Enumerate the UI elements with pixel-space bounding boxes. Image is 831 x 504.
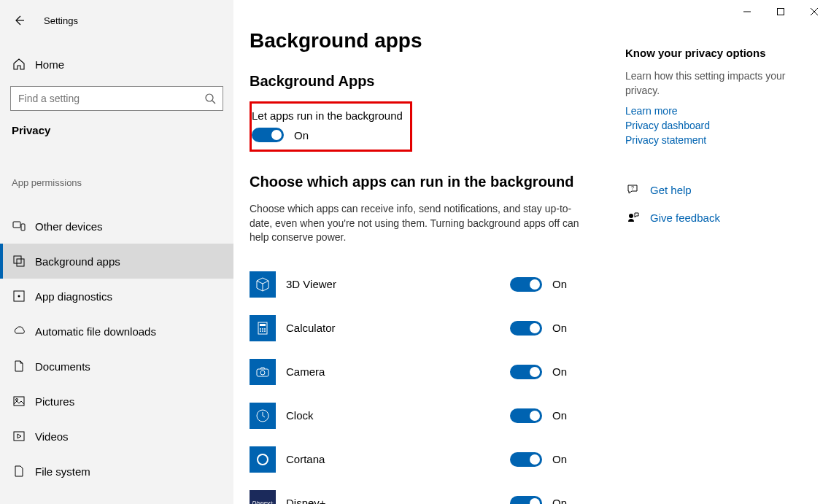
app-toggle-cortana[interactable] xyxy=(510,452,542,467)
app-toggle-state: On xyxy=(552,409,581,422)
sidebar-item-label: Background apps xyxy=(35,255,120,268)
app-name-label: Camera xyxy=(286,365,457,378)
app-row-3d-viewer: 3D Viewer On xyxy=(250,263,581,306)
help-row: ? Get help xyxy=(625,182,808,197)
app-title: Settings xyxy=(44,15,78,26)
sidebar-group-app-permissions: App permissions xyxy=(0,177,233,188)
svg-point-23 xyxy=(264,330,266,332)
svg-line-6 xyxy=(212,101,215,104)
home-icon xyxy=(12,57,26,71)
devices-icon xyxy=(12,219,26,233)
svg-text:?: ? xyxy=(631,185,634,190)
svg-rect-17 xyxy=(260,324,266,326)
diagnostics-icon xyxy=(12,289,26,303)
svg-rect-13 xyxy=(14,397,24,406)
app-toggle-state: On xyxy=(552,453,581,465)
master-toggle-label: Let apps run in the background xyxy=(252,109,403,122)
master-toggle[interactable] xyxy=(252,128,284,142)
app-name-label: Disney+ xyxy=(286,497,457,504)
svg-point-20 xyxy=(264,328,266,330)
svg-point-22 xyxy=(262,330,263,332)
svg-point-21 xyxy=(260,330,261,332)
app-icon-cortana xyxy=(250,446,276,473)
feedback-row: Give feedback xyxy=(625,210,808,225)
app-name-label: Clock xyxy=(286,409,457,422)
svg-rect-10 xyxy=(17,259,24,266)
sidebar-item-app-diagnostics[interactable]: App diagnostics xyxy=(0,279,233,314)
app-icon-calculator xyxy=(250,315,276,341)
svg-point-25 xyxy=(260,371,265,375)
app-name-label: Calculator xyxy=(286,322,457,334)
search-icon xyxy=(204,93,216,104)
svg-point-14 xyxy=(16,399,18,401)
app-row-disney-plus: Disney+ Disney+ On xyxy=(250,481,581,504)
help-icon: ? xyxy=(625,182,640,197)
svg-point-5 xyxy=(206,94,213,101)
app-icon-disney-plus: Disney+ xyxy=(250,490,276,504)
app-row-clock: Clock On xyxy=(250,394,581,438)
documents-icon xyxy=(12,359,26,373)
info-panel-text: Learn how this setting impacts your priv… xyxy=(625,69,808,98)
svg-point-27 xyxy=(258,454,268,465)
svg-point-12 xyxy=(18,295,20,298)
info-panel-links: Learn more Privacy dashboard Privacy sta… xyxy=(625,105,808,146)
app-name-label: Cortana xyxy=(286,453,457,465)
sidebar-item-other-devices[interactable]: Other devices xyxy=(0,209,233,244)
app-toggle-3d-viewer[interactable] xyxy=(510,277,542,292)
svg-point-19 xyxy=(262,328,263,330)
app-name-label: 3D Viewer xyxy=(286,278,457,290)
cloud-download-icon xyxy=(12,324,26,338)
sidebar-item-background-apps[interactable]: Background apps xyxy=(0,244,233,279)
info-panel-title: Know your privacy options xyxy=(625,47,808,59)
sidebar-category-privacy: Privacy xyxy=(0,111,233,136)
app-toggle-calculator[interactable] xyxy=(510,321,542,336)
link-privacy-statement[interactable]: Privacy statement xyxy=(625,134,808,146)
search-input[interactable] xyxy=(10,86,223,111)
link-give-feedback[interactable]: Give feedback xyxy=(650,212,720,224)
videos-icon xyxy=(12,429,26,443)
info-panel: Know your privacy options Learn how this… xyxy=(625,29,808,504)
sidebar-item-pictures[interactable]: Pictures xyxy=(0,384,233,419)
back-button[interactable] xyxy=(12,13,26,28)
svg-rect-15 xyxy=(14,432,24,441)
sidebar-nav-list: Other devices Background apps App diagno… xyxy=(0,209,233,489)
app-toggle-clock[interactable] xyxy=(510,408,542,423)
choose-apps-description: Choose which apps can receive info, send… xyxy=(250,202,581,245)
app-toggle-disney-plus[interactable] xyxy=(510,496,542,504)
sidebar-item-label: Pictures xyxy=(35,395,74,408)
section-choose-apps: Choose which apps can run in the backgro… xyxy=(250,174,581,190)
file-system-icon xyxy=(12,464,26,478)
app-icon-3d-viewer xyxy=(250,271,276,298)
app-toggle-state: On xyxy=(552,497,581,504)
app-icon-camera xyxy=(250,359,276,385)
section-background-apps: Background Apps xyxy=(250,73,581,90)
svg-rect-8 xyxy=(21,224,25,230)
app-toggle-state: On xyxy=(552,278,581,290)
link-get-help[interactable]: Get help xyxy=(650,184,692,196)
sidebar-item-file-system[interactable]: File system xyxy=(0,454,233,489)
sidebar-item-automatic-file-downloads[interactable]: Automatic file downloads xyxy=(0,314,233,349)
home-label: Home xyxy=(35,58,64,71)
sidebar-item-label: File system xyxy=(35,465,90,478)
sidebar-item-label: App diagnostics xyxy=(35,290,112,303)
link-learn-more[interactable]: Learn more xyxy=(625,105,808,117)
search-container xyxy=(10,86,223,111)
app-row-calculator: Calculator On xyxy=(250,306,581,350)
main-content: Background apps Background Apps Let apps… xyxy=(233,0,831,504)
highlight-master-toggle: Let apps run in the background On xyxy=(250,101,412,152)
app-row-camera: Camera On xyxy=(250,350,581,394)
pictures-icon xyxy=(12,394,26,408)
app-list: 3D Viewer On Calculator On Camera On xyxy=(250,263,581,504)
svg-point-29 xyxy=(629,214,633,218)
page-title: Background apps xyxy=(250,29,581,53)
svg-point-18 xyxy=(260,328,261,330)
sidebar-item-documents[interactable]: Documents xyxy=(0,349,233,384)
app-toggle-camera[interactable] xyxy=(510,365,542,379)
app-toggle-state: On xyxy=(552,365,581,378)
link-privacy-dashboard[interactable]: Privacy dashboard xyxy=(625,120,808,131)
master-toggle-state: On xyxy=(294,129,309,141)
sidebar-item-label: Videos xyxy=(35,430,69,443)
sidebar-item-home[interactable]: Home xyxy=(0,50,233,79)
sidebar-item-videos[interactable]: Videos xyxy=(0,419,233,454)
app-icon-clock xyxy=(250,403,276,429)
